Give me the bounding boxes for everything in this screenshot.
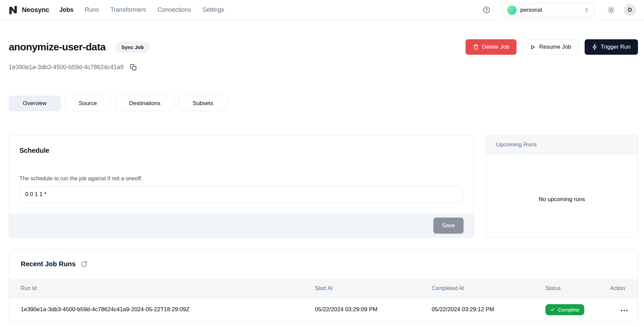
recent-job-runs-table: Run Id Start At Completed At Status Acti… xyxy=(9,279,638,321)
top-navbar: Neosync Jobs Runs Transformers Connectio… xyxy=(0,0,644,20)
trash-icon xyxy=(473,44,479,50)
upcoming-runs-header: Upcoming Runs xyxy=(486,135,638,154)
completed-at-cell: 05/22/2024 03:29:12 PM xyxy=(432,298,545,321)
column-header-run-id: Run Id xyxy=(9,279,315,298)
copy-job-id-button[interactable] xyxy=(130,64,137,71)
zap-icon xyxy=(592,44,597,50)
nav-item-settings[interactable]: Settings xyxy=(202,6,224,13)
cron-schedule-input[interactable] xyxy=(19,186,463,203)
nav-item-runs[interactable]: Runs xyxy=(85,6,99,13)
sun-icon xyxy=(607,6,615,14)
account-name: personal xyxy=(520,7,580,13)
help-icon: ? xyxy=(483,6,490,14)
nav-item-transformers[interactable]: Transformers xyxy=(110,6,146,13)
title-row: anonymize-user-data Sync Job Delete Job xyxy=(9,39,638,55)
page-title: anonymize-user-data xyxy=(9,41,106,53)
more-horizontal-icon xyxy=(621,310,622,311)
check-icon xyxy=(550,308,555,312)
resume-job-button[interactable]: Resume Job xyxy=(522,39,579,55)
recent-job-runs-title: Recent Job Runs xyxy=(21,260,75,268)
nav-item-jobs[interactable]: Jobs xyxy=(59,6,73,13)
trigger-run-button[interactable]: Trigger Run xyxy=(585,39,638,55)
row-actions-button[interactable] xyxy=(620,308,628,313)
account-switcher[interactable]: personal xyxy=(502,3,595,17)
help-button[interactable]: ? xyxy=(483,6,490,14)
page-header: anonymize-user-data Sync Job Delete Job xyxy=(0,20,644,71)
job-tabs: Overview Source Destinations Subsets xyxy=(0,96,644,111)
job-type-badge: Sync Job xyxy=(116,42,150,53)
schedule-card: Schedule The schedule to run the job aga… xyxy=(9,135,474,238)
brand[interactable]: Neosync xyxy=(8,5,49,15)
overview-content: Schedule The schedule to run the job aga… xyxy=(0,135,644,238)
schedule-description: The schedule to run the job against if n… xyxy=(19,175,463,182)
run-id-cell[interactable]: 1e390e1a-3db3-4500-b59d-4c78624c41a9-202… xyxy=(9,298,315,321)
status-badge: Complete xyxy=(545,304,584,315)
table-header-row: Run Id Start At Completed At Status Acti… xyxy=(9,279,638,298)
table-row: 1e390e1a-3db3-4500-b59d-4c78624c41a9-202… xyxy=(9,298,638,321)
resume-job-label: Resume Job xyxy=(539,44,571,50)
upcoming-runs-empty-message: No upcoming runs xyxy=(539,196,585,203)
tab-subsets[interactable]: Subsets xyxy=(178,96,227,111)
status-cell: Complete xyxy=(545,298,610,321)
tab-overview[interactable]: Overview xyxy=(9,96,61,111)
delete-job-button[interactable]: Delete Job xyxy=(466,39,517,55)
schedule-title: Schedule xyxy=(19,147,463,154)
theme-toggle-button[interactable] xyxy=(607,6,615,14)
main-nav: Jobs Runs Transformers Connections Setti… xyxy=(59,6,224,13)
trigger-run-label: Trigger Run xyxy=(601,44,631,50)
refresh-icon xyxy=(80,261,88,268)
upcoming-runs-title: Upcoming Runs xyxy=(496,141,537,148)
account-avatar xyxy=(507,5,517,15)
tab-destinations[interactable]: Destinations xyxy=(115,96,175,111)
brand-name: Neosync xyxy=(22,6,49,14)
upcoming-runs-body: No upcoming runs xyxy=(486,154,638,237)
tab-source[interactable]: Source xyxy=(65,96,111,111)
refresh-runs-button[interactable] xyxy=(80,261,88,268)
upcoming-runs-card: Upcoming Runs No upcoming runs xyxy=(486,135,638,238)
schedule-card-footer: Save xyxy=(9,214,474,237)
user-avatar[interactable]: D xyxy=(624,4,636,16)
job-id-row: 1e390e1a-3db3-4500-b59d-4c78624c41a9 xyxy=(9,64,638,71)
recent-job-runs-card: Recent Job Runs Run Id Start At Complete… xyxy=(9,249,638,322)
copy-icon xyxy=(130,64,137,71)
start-at-cell: 05/22/2024 03:29:09 PM xyxy=(315,298,432,321)
job-id: 1e390e1a-3db3-4500-b59d-4c78624c41a9 xyxy=(9,64,123,71)
column-header-action: Action xyxy=(610,279,638,298)
schedule-card-body: Schedule The schedule to run the job aga… xyxy=(9,135,474,203)
nav-item-connections[interactable]: Connections xyxy=(157,6,191,13)
column-header-status: Status xyxy=(545,279,610,298)
column-header-completed-at: Completed At xyxy=(432,279,545,298)
chevrons-up-down-icon xyxy=(583,7,590,13)
column-header-start-at: Start At xyxy=(315,279,432,298)
header-actions: Delete Job Resume Job Trigger Run xyxy=(466,39,638,55)
delete-job-label: Delete Job xyxy=(482,44,509,50)
play-icon xyxy=(530,44,536,50)
save-button[interactable]: Save xyxy=(433,218,464,234)
navbar-right: ? personal D xyxy=(483,3,636,17)
action-cell xyxy=(610,298,638,321)
recent-job-runs-header: Recent Job Runs xyxy=(9,249,638,268)
svg-text:?: ? xyxy=(485,8,488,12)
neosync-logo-icon xyxy=(8,5,18,15)
status-label: Complete xyxy=(558,307,579,313)
